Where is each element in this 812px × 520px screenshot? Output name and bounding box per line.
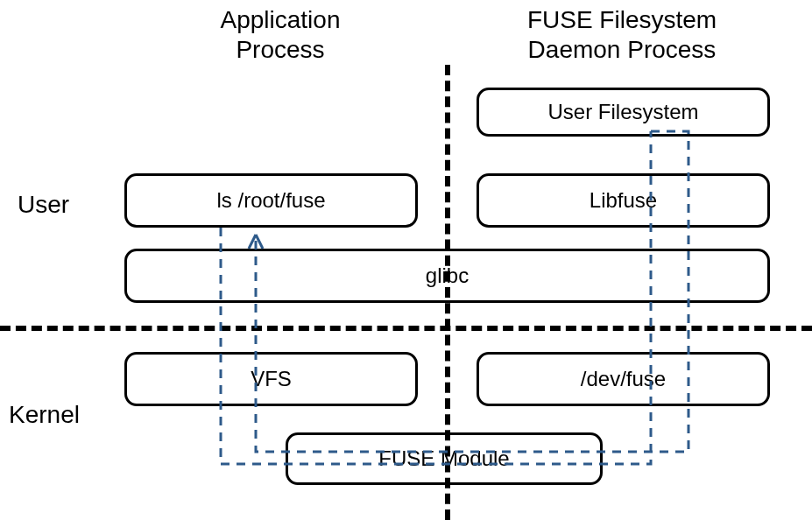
flow-path — [0, 0, 812, 520]
